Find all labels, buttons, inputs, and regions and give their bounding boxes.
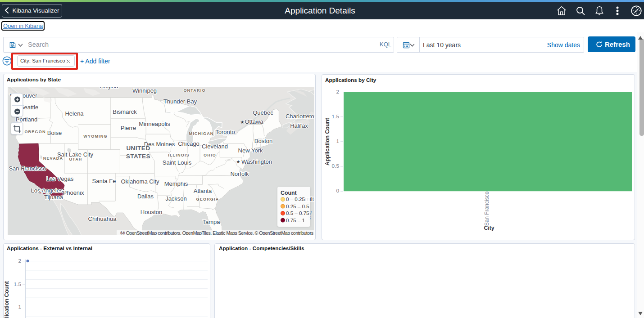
svg-text:Regina: Regina	[100, 87, 118, 90]
svg-text:Santa Fe: Santa Fe	[92, 178, 116, 184]
svg-text:Saint Louis: Saint Louis	[163, 159, 192, 166]
svg-text:MICHIGAN: MICHIGAN	[189, 131, 213, 136]
svg-text:City: City	[484, 225, 494, 231]
svg-text:★: ★	[240, 120, 245, 125]
svg-text:OREGON: OREGON	[24, 130, 45, 134]
svg-text:Halifax: Halifax	[290, 122, 308, 129]
svg-text:Atlanta: Atlanta	[194, 188, 212, 194]
svg-text:ONTARIO: ONTARIO	[183, 88, 205, 93]
svg-text:Washington: Washington	[241, 158, 272, 165]
svg-text:Houston: Houston	[141, 209, 162, 215]
svg-text:Jackson: Jackson	[165, 195, 187, 202]
svg-text:GEORGIA: GEORGIA	[196, 197, 219, 202]
svg-text:Los Angeles: Los Angeles	[31, 187, 63, 194]
svg-text:0.25 – 0.5: 0.25 – 0.5	[286, 203, 309, 209]
svg-text:Phoenix: Phoenix	[63, 189, 84, 196]
svg-text:San Francisco: San Francisco	[9, 165, 46, 172]
svg-text:2: 2	[336, 89, 339, 95]
svg-text:ILLINOIS: ILLINOIS	[168, 153, 190, 157]
svg-text:1.5: 1.5	[332, 113, 340, 120]
svg-text:Pierre: Pierre	[121, 125, 136, 131]
svg-text:Las Vegas: Las Vegas	[46, 175, 74, 182]
svg-text:Tampa: Tampa	[202, 219, 220, 225]
svg-text:0.5 – 0.75: 0.5 – 0.75	[286, 210, 309, 216]
svg-text:Charlottetown: Charlottetown	[286, 113, 314, 120]
svg-text:OHIO: OHIO	[204, 153, 216, 157]
svg-text:Memphis: Memphis	[164, 180, 188, 187]
svg-text:Oklahoma City: Oklahoma City	[121, 178, 159, 185]
svg-text:Tijuana: Tijuana	[44, 194, 63, 201]
svg-text:0: 0	[336, 188, 339, 194]
svg-text:Winnipeg: Winnipeg	[132, 87, 157, 94]
svg-text:Norfolk: Norfolk	[230, 170, 249, 177]
svg-text:Minneapolis: Minneapolis	[139, 121, 170, 127]
svg-text:1.5: 1.5	[14, 281, 22, 287]
svg-text:New York: New York	[238, 147, 263, 154]
svg-text:Boise: Boise	[47, 130, 62, 136]
svg-text:Chihuahua: Chihuahua	[88, 215, 117, 222]
svg-text:Québec: Québec	[253, 109, 273, 116]
svg-text:Ottawa: Ottawa	[245, 118, 263, 125]
svg-text:★: ★	[236, 159, 240, 164]
svg-text:STATES: STATES	[126, 153, 150, 160]
svg-text:Chicago: Chicago	[178, 140, 200, 147]
svg-text:UTAH: UTAH	[69, 157, 82, 161]
svg-text:WYOMING: WYOMING	[83, 134, 107, 139]
svg-text:Toronto: Toronto	[215, 129, 235, 135]
svg-text:San Francisco: San Francisco	[484, 191, 490, 226]
svg-text:Thunder Bay: Thunder Bay	[163, 98, 197, 105]
svg-text:2: 2	[18, 258, 21, 264]
svg-text:1: 1	[336, 138, 339, 144]
svg-text:Helena: Helena	[65, 110, 84, 117]
svg-text:0 – 0.25: 0 – 0.25	[286, 196, 305, 202]
svg-text:0.5: 0.5	[332, 163, 340, 169]
svg-text:Application Count: Application Count	[4, 281, 10, 318]
svg-text:Boston: Boston	[254, 138, 272, 144]
svg-text:Application Count: Application Count	[324, 118, 331, 166]
svg-text:Dallas: Dallas	[137, 193, 154, 200]
svg-text:0.75 – 1: 0.75 – 1	[286, 217, 305, 223]
svg-text:UNITED: UNITED	[126, 145, 150, 152]
svg-text:NEVADA: NEVADA	[43, 156, 63, 161]
svg-text:Cleveland: Cleveland	[202, 143, 228, 150]
svg-text:Bismarck: Bismarck	[113, 108, 137, 115]
svg-text:1: 1	[18, 304, 21, 310]
